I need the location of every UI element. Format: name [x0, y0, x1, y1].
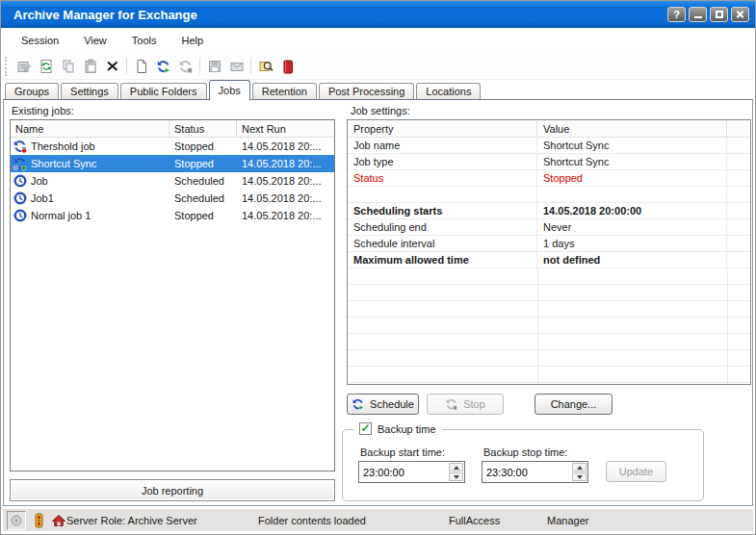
- job-sync-green-icon: [13, 156, 28, 171]
- tab-settings[interactable]: Settings: [61, 83, 118, 99]
- tab-post-processing[interactable]: Post Processing: [319, 83, 414, 99]
- spin-down-button[interactable]: [572, 472, 587, 481]
- backup-start-time-label: Backup start time:: [360, 446, 445, 458]
- table-row[interactable]: Job1 Scheduled 14.05.2018 20:...: [11, 190, 334, 207]
- access-level-text: FullAccess: [449, 515, 500, 526]
- backup-start-time-input[interactable]: [359, 462, 448, 482]
- column-header-name[interactable]: Name: [11, 120, 169, 137]
- existing-jobs-label: Existing jobs:: [12, 105, 74, 116]
- table-row[interactable]: Job Scheduled 14.05.2018 20:...: [11, 172, 334, 190]
- job-reporting-button[interactable]: Job reporting: [10, 479, 335, 501]
- tab-locations[interactable]: Locations: [416, 83, 481, 99]
- jobs-tab-content: Existing jobs: Name Status Next Run Ther…: [3, 99, 753, 506]
- server-role-text: Server Role: Archive Server: [66, 515, 197, 526]
- refresh-button[interactable]: [35, 56, 57, 77]
- delete-button[interactable]: [101, 56, 123, 77]
- minimize-button[interactable]: [689, 7, 707, 22]
- status-indicator-box: [7, 511, 26, 530]
- column-header-spacer: [727, 120, 750, 137]
- property-cell: Status: [348, 170, 537, 186]
- start-job-button[interactable]: [152, 56, 174, 77]
- change-button[interactable]: Change...: [534, 394, 613, 415]
- tab-jobs[interactable]: Jobs: [209, 80, 250, 100]
- menu-view[interactable]: View: [71, 31, 119, 50]
- toolbar: [1, 53, 755, 80]
- property-cell: Job type: [348, 154, 537, 169]
- schedule-button[interactable]: Schedule: [347, 394, 419, 415]
- toolbar-separator: [250, 58, 251, 74]
- property-cell: Job name: [348, 138, 537, 153]
- schedule-icon: [352, 397, 365, 411]
- save-button[interactable]: [203, 56, 225, 77]
- search-icon: [258, 59, 274, 74]
- down-arrow-icon: [454, 475, 459, 479]
- close-icon: [736, 11, 744, 19]
- user-role-text: Manager: [547, 515, 588, 526]
- new-button[interactable]: [130, 56, 152, 77]
- property-cell: Scheduling end: [348, 219, 537, 235]
- spin-buttons: [448, 462, 464, 482]
- job-status: Stopped: [169, 210, 237, 221]
- menu-help[interactable]: Help: [169, 31, 216, 50]
- exit-button[interactable]: [276, 56, 299, 77]
- disc-icon: [10, 514, 23, 527]
- value-cell: 1 days: [537, 236, 727, 251]
- job-next-run: 14.05.2018 20:...: [237, 175, 334, 187]
- app-window: Archive Manager for Exchange ? Session V…: [0, 0, 756, 535]
- column-header-status[interactable]: Status: [169, 120, 237, 137]
- stop-job-button[interactable]: [174, 56, 196, 77]
- menu-session[interactable]: Session: [9, 31, 71, 50]
- spin-up-button[interactable]: [572, 463, 587, 471]
- tab-public-folders[interactable]: Public Folders: [120, 83, 207, 99]
- update-button[interactable]: Update: [606, 461, 666, 482]
- mail-button[interactable]: [225, 56, 248, 77]
- change-label: Change...: [551, 398, 597, 410]
- job-clock-icon: [13, 208, 28, 223]
- setting-row-schedule-interval: Schedule interval 1 days: [348, 236, 750, 252]
- value-cell: [537, 187, 727, 202]
- search-button[interactable]: [254, 56, 276, 77]
- maximize-icon: [716, 11, 723, 18]
- tab-retention[interactable]: Retention: [252, 83, 317, 99]
- backup-stop-time-label: Backup stop time:: [483, 446, 567, 458]
- column-header-property: Property: [348, 120, 537, 137]
- column-header-next-run[interactable]: Next Run: [237, 120, 334, 137]
- maximize-button[interactable]: [710, 7, 728, 22]
- save-icon: [207, 59, 222, 74]
- setting-row-job-name: Job name Shortcut Sync: [348, 138, 750, 154]
- setting-row-job-type: Job type Shortcut Sync: [348, 154, 750, 170]
- help-button[interactable]: ?: [667, 7, 686, 22]
- job-name: Normal job 1: [31, 210, 91, 221]
- setting-row-scheduling-end: Scheduling end Never: [348, 219, 750, 236]
- spin-up-button[interactable]: [449, 463, 463, 471]
- stop-job-icon: [178, 59, 194, 74]
- job-next-run: 14.05.2018 20:...: [237, 192, 334, 204]
- backup-stop-time-input[interactable]: [482, 462, 571, 482]
- close-button[interactable]: [731, 7, 749, 22]
- paste-button[interactable]: [79, 56, 101, 77]
- column-header-value: Value: [537, 120, 727, 137]
- job-settings-table: Property Value Job name Shortcut Sync Jo…: [347, 119, 751, 385]
- toolbar-separator: [126, 58, 127, 74]
- table-row[interactable]: Thershold job Stopped 14.05.2018 20:...: [11, 138, 334, 155]
- schedule-label: Schedule: [370, 398, 414, 410]
- backup-time-checkbox[interactable]: ✓: [359, 422, 372, 435]
- copy-button[interactable]: [57, 56, 79, 77]
- job-reporting-label: Job reporting: [142, 485, 203, 497]
- spin-down-button[interactable]: [449, 472, 463, 481]
- existing-jobs-table: Name Status Next Run Thershold job Stopp…: [10, 119, 335, 471]
- stop-button[interactable]: Stop: [427, 394, 504, 415]
- toolbar-separator: [199, 58, 200, 74]
- table-row-selected[interactable]: Shortcut Sync Stopped 14.05.2018 20:...: [11, 155, 334, 172]
- table-row[interactable]: Normal job 1 Stopped 14.05.2018 20:...: [11, 207, 334, 224]
- home-icon: [51, 513, 66, 528]
- minimize-icon: [694, 16, 702, 18]
- job-status: Scheduled: [169, 175, 237, 187]
- value-cell: Shortcut Sync: [537, 138, 727, 153]
- paste-icon: [83, 59, 98, 74]
- toolbar-grip: [5, 57, 9, 76]
- menu-tools[interactable]: Tools: [119, 31, 169, 50]
- properties-button[interactable]: [13, 56, 35, 77]
- mail-icon: [229, 59, 245, 74]
- tab-groups[interactable]: Groups: [5, 83, 59, 99]
